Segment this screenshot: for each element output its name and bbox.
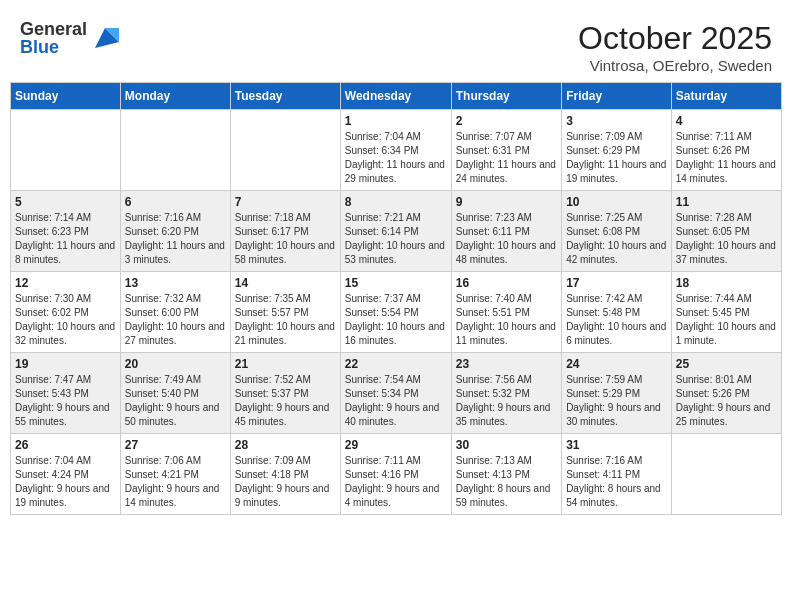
day-info: Sunrise: 7:56 AM Sunset: 5:32 PM Dayligh… — [456, 373, 557, 429]
calendar-cell: 26Sunrise: 7:04 AM Sunset: 4:24 PM Dayli… — [11, 434, 121, 515]
day-number: 31 — [566, 438, 667, 452]
calendar-cell: 15Sunrise: 7:37 AM Sunset: 5:54 PM Dayli… — [340, 272, 451, 353]
weekday-header-wednesday: Wednesday — [340, 83, 451, 110]
calendar-cell: 20Sunrise: 7:49 AM Sunset: 5:40 PM Dayli… — [120, 353, 230, 434]
calendar-cell: 10Sunrise: 7:25 AM Sunset: 6:08 PM Dayli… — [562, 191, 672, 272]
calendar-cell: 31Sunrise: 7:16 AM Sunset: 4:11 PM Dayli… — [562, 434, 672, 515]
day-number: 10 — [566, 195, 667, 209]
calendar-cell: 2Sunrise: 7:07 AM Sunset: 6:31 PM Daylig… — [451, 110, 561, 191]
day-number: 3 — [566, 114, 667, 128]
day-number: 5 — [15, 195, 116, 209]
day-info: Sunrise: 7:09 AM Sunset: 4:18 PM Dayligh… — [235, 454, 336, 510]
calendar-week-row: 5Sunrise: 7:14 AM Sunset: 6:23 PM Daylig… — [11, 191, 782, 272]
calendar-cell: 22Sunrise: 7:54 AM Sunset: 5:34 PM Dayli… — [340, 353, 451, 434]
day-number: 13 — [125, 276, 226, 290]
calendar-cell: 14Sunrise: 7:35 AM Sunset: 5:57 PM Dayli… — [230, 272, 340, 353]
day-number: 16 — [456, 276, 557, 290]
location-title: Vintrosa, OErebro, Sweden — [578, 57, 772, 74]
calendar-cell: 12Sunrise: 7:30 AM Sunset: 6:02 PM Dayli… — [11, 272, 121, 353]
weekday-header-saturday: Saturday — [671, 83, 781, 110]
calendar-week-row: 12Sunrise: 7:30 AM Sunset: 6:02 PM Dayli… — [11, 272, 782, 353]
calendar-cell: 19Sunrise: 7:47 AM Sunset: 5:43 PM Dayli… — [11, 353, 121, 434]
calendar-cell: 29Sunrise: 7:11 AM Sunset: 4:16 PM Dayli… — [340, 434, 451, 515]
day-number: 9 — [456, 195, 557, 209]
day-info: Sunrise: 7:40 AM Sunset: 5:51 PM Dayligh… — [456, 292, 557, 348]
day-number: 2 — [456, 114, 557, 128]
calendar-cell: 28Sunrise: 7:09 AM Sunset: 4:18 PM Dayli… — [230, 434, 340, 515]
calendar-cell: 27Sunrise: 7:06 AM Sunset: 4:21 PM Dayli… — [120, 434, 230, 515]
calendar-cell: 9Sunrise: 7:23 AM Sunset: 6:11 PM Daylig… — [451, 191, 561, 272]
day-number: 15 — [345, 276, 447, 290]
day-info: Sunrise: 7:30 AM Sunset: 6:02 PM Dayligh… — [15, 292, 116, 348]
day-info: Sunrise: 7:49 AM Sunset: 5:40 PM Dayligh… — [125, 373, 226, 429]
day-number: 19 — [15, 357, 116, 371]
month-title: October 2025 — [578, 20, 772, 57]
day-info: Sunrise: 7:11 AM Sunset: 6:26 PM Dayligh… — [676, 130, 777, 186]
day-info: Sunrise: 7:07 AM Sunset: 6:31 PM Dayligh… — [456, 130, 557, 186]
day-info: Sunrise: 7:09 AM Sunset: 6:29 PM Dayligh… — [566, 130, 667, 186]
calendar-cell: 18Sunrise: 7:44 AM Sunset: 5:45 PM Dayli… — [671, 272, 781, 353]
day-info: Sunrise: 7:52 AM Sunset: 5:37 PM Dayligh… — [235, 373, 336, 429]
day-info: Sunrise: 7:32 AM Sunset: 6:00 PM Dayligh… — [125, 292, 226, 348]
calendar-week-row: 1Sunrise: 7:04 AM Sunset: 6:34 PM Daylig… — [11, 110, 782, 191]
calendar-week-row: 19Sunrise: 7:47 AM Sunset: 5:43 PM Dayli… — [11, 353, 782, 434]
weekday-header-thursday: Thursday — [451, 83, 561, 110]
day-info: Sunrise: 7:04 AM Sunset: 6:34 PM Dayligh… — [345, 130, 447, 186]
calendar-cell: 4Sunrise: 7:11 AM Sunset: 6:26 PM Daylig… — [671, 110, 781, 191]
day-info: Sunrise: 7:14 AM Sunset: 6:23 PM Dayligh… — [15, 211, 116, 267]
day-info: Sunrise: 7:23 AM Sunset: 6:11 PM Dayligh… — [456, 211, 557, 267]
day-number: 22 — [345, 357, 447, 371]
logo-blue-text: Blue — [20, 38, 87, 56]
calendar-cell: 3Sunrise: 7:09 AM Sunset: 6:29 PM Daylig… — [562, 110, 672, 191]
day-number: 14 — [235, 276, 336, 290]
day-info: Sunrise: 7:28 AM Sunset: 6:05 PM Dayligh… — [676, 211, 777, 267]
day-info: Sunrise: 7:59 AM Sunset: 5:29 PM Dayligh… — [566, 373, 667, 429]
calendar-cell: 24Sunrise: 7:59 AM Sunset: 5:29 PM Dayli… — [562, 353, 672, 434]
day-number: 11 — [676, 195, 777, 209]
day-info: Sunrise: 8:01 AM Sunset: 5:26 PM Dayligh… — [676, 373, 777, 429]
day-info: Sunrise: 7:47 AM Sunset: 5:43 PM Dayligh… — [15, 373, 116, 429]
day-info: Sunrise: 7:18 AM Sunset: 6:17 PM Dayligh… — [235, 211, 336, 267]
day-number: 25 — [676, 357, 777, 371]
logo-general-text: General — [20, 20, 87, 38]
day-info: Sunrise: 7:16 AM Sunset: 6:20 PM Dayligh… — [125, 211, 226, 267]
day-number: 12 — [15, 276, 116, 290]
day-info: Sunrise: 7:25 AM Sunset: 6:08 PM Dayligh… — [566, 211, 667, 267]
calendar-cell: 1Sunrise: 7:04 AM Sunset: 6:34 PM Daylig… — [340, 110, 451, 191]
calendar-cell: 11Sunrise: 7:28 AM Sunset: 6:05 PM Dayli… — [671, 191, 781, 272]
calendar-cell — [230, 110, 340, 191]
calendar-cell — [11, 110, 121, 191]
day-info: Sunrise: 7:06 AM Sunset: 4:21 PM Dayligh… — [125, 454, 226, 510]
day-number: 18 — [676, 276, 777, 290]
day-number: 29 — [345, 438, 447, 452]
calendar-cell: 5Sunrise: 7:14 AM Sunset: 6:23 PM Daylig… — [11, 191, 121, 272]
day-number: 1 — [345, 114, 447, 128]
calendar-week-row: 26Sunrise: 7:04 AM Sunset: 4:24 PM Dayli… — [11, 434, 782, 515]
logo: General Blue — [20, 20, 119, 56]
day-info: Sunrise: 7:54 AM Sunset: 5:34 PM Dayligh… — [345, 373, 447, 429]
day-number: 6 — [125, 195, 226, 209]
day-number: 4 — [676, 114, 777, 128]
day-info: Sunrise: 7:11 AM Sunset: 4:16 PM Dayligh… — [345, 454, 447, 510]
day-number: 26 — [15, 438, 116, 452]
day-number: 28 — [235, 438, 336, 452]
calendar-cell — [671, 434, 781, 515]
day-info: Sunrise: 7:42 AM Sunset: 5:48 PM Dayligh… — [566, 292, 667, 348]
calendar-cell: 17Sunrise: 7:42 AM Sunset: 5:48 PM Dayli… — [562, 272, 672, 353]
day-number: 23 — [456, 357, 557, 371]
page-header: General Blue October 2025 Vintrosa, OEre… — [10, 10, 782, 82]
calendar-table: SundayMondayTuesdayWednesdayThursdayFrid… — [10, 82, 782, 515]
day-number: 20 — [125, 357, 226, 371]
day-info: Sunrise: 7:37 AM Sunset: 5:54 PM Dayligh… — [345, 292, 447, 348]
weekday-header-tuesday: Tuesday — [230, 83, 340, 110]
day-number: 27 — [125, 438, 226, 452]
calendar-cell: 21Sunrise: 7:52 AM Sunset: 5:37 PM Dayli… — [230, 353, 340, 434]
calendar-cell: 13Sunrise: 7:32 AM Sunset: 6:00 PM Dayli… — [120, 272, 230, 353]
day-number: 7 — [235, 195, 336, 209]
day-number: 8 — [345, 195, 447, 209]
calendar-cell: 7Sunrise: 7:18 AM Sunset: 6:17 PM Daylig… — [230, 191, 340, 272]
day-info: Sunrise: 7:13 AM Sunset: 4:13 PM Dayligh… — [456, 454, 557, 510]
weekday-header-monday: Monday — [120, 83, 230, 110]
weekday-header-friday: Friday — [562, 83, 672, 110]
day-info: Sunrise: 7:04 AM Sunset: 4:24 PM Dayligh… — [15, 454, 116, 510]
